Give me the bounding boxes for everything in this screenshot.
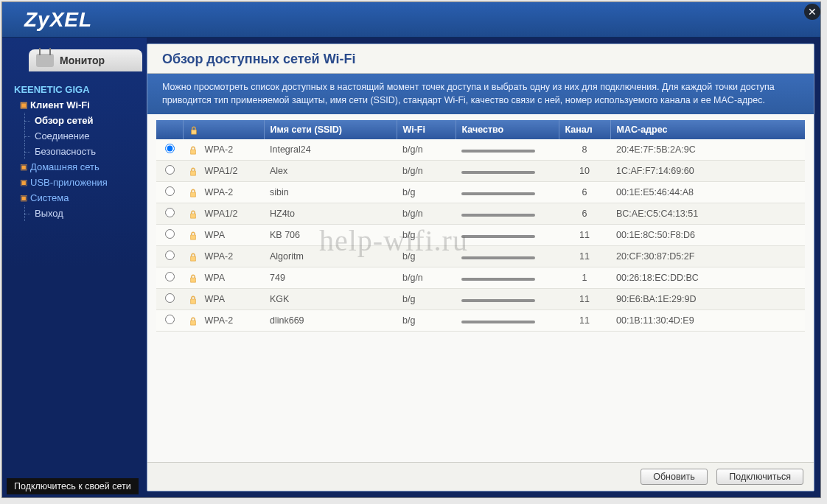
- lightbox-close-icon[interactable]: ✕: [804, 4, 820, 20]
- select-radio[interactable]: [165, 272, 175, 281]
- mac-cell: 20:4E:7F:5B:2A:9C: [610, 139, 805, 161]
- page-title: Обзор доступных сетей Wi-Fi: [147, 44, 814, 74]
- page-description: Можно просмотреть список доступных в нас…: [147, 74, 814, 114]
- wifi-standard-cell: b/g: [397, 182, 456, 203]
- select-radio[interactable]: [165, 186, 175, 196]
- nav-item-overview[interactable]: Обзор сетей: [14, 113, 141, 128]
- th-wifi: Wi-Fi: [397, 120, 456, 139]
- th-ssid: Имя сети (SSID): [264, 120, 397, 139]
- wifi-standard-cell: b/g/n: [397, 139, 456, 161]
- lock-icon: [189, 273, 202, 283]
- mac-cell: 00:1E:8C:50:F8:D6: [610, 225, 805, 246]
- wifi-standard-cell: b/g: [397, 310, 456, 332]
- security-label: WPA-2: [204, 251, 233, 262]
- select-radio[interactable]: [165, 229, 175, 239]
- ssid-cell: Algoritm: [264, 246, 397, 267]
- content-panel: Обзор доступных сетей Wi-Fi Можно просмо…: [147, 43, 814, 491]
- security-label: WPA-2: [204, 144, 233, 155]
- lock-icon: [189, 315, 202, 326]
- select-radio[interactable]: [165, 315, 175, 324]
- expand-icon: ▣: [20, 162, 27, 172]
- mac-cell: 20:CF:30:87:D5:2F: [610, 246, 805, 267]
- quality-cell: [456, 246, 559, 267]
- quality-cell: [456, 225, 559, 246]
- nav-group-client-wifi[interactable]: ▣ Клиент Wi-Fi: [14, 97, 141, 113]
- channel-cell: 11: [559, 225, 610, 246]
- mac-cell: 00:1E:E5:46:44:A8: [610, 182, 805, 203]
- mac-cell: 00:1B:11:30:4D:E9: [610, 310, 805, 332]
- table-row[interactable]: WPA-2sibinb/g600:1E:E5:46:44:A8: [156, 182, 805, 203]
- nav-group-label: Система: [30, 192, 69, 203]
- nav-group-label: Домашняя сеть: [30, 161, 100, 172]
- quality-bar: [461, 299, 535, 302]
- select-radio[interactable]: [165, 165, 175, 175]
- footer-bar: Обновить Подключиться: [147, 462, 814, 491]
- table-row[interactable]: WPA-2Integral24b/g/n820:4E:7F:5B:2A:9C: [156, 139, 805, 161]
- lock-icon: [189, 230, 202, 240]
- channel-cell: 1: [559, 267, 610, 289]
- table-row[interactable]: WPA-2dlink669b/g1100:1B:11:30:4D:E9: [156, 310, 805, 332]
- lock-icon: [189, 166, 202, 176]
- quality-bar: [461, 278, 535, 281]
- nav-tree: KEENETIC GIGA ▣ Клиент Wi-Fi Обзор сетей…: [2, 79, 147, 221]
- mac-cell: 00:26:18:EC:DD:BC: [610, 267, 805, 289]
- ssid-cell: Integral24: [264, 139, 397, 161]
- quality-bar: [461, 214, 535, 217]
- table-row[interactable]: WPA1/2Alexb/g/n101C:AF:F7:14:69:60: [156, 161, 805, 182]
- wifi-standard-cell: b/g/n: [397, 161, 456, 182]
- security-label: WPA: [204, 230, 225, 240]
- wifi-standard-cell: b/g: [397, 225, 456, 246]
- quality-bar: [461, 321, 535, 323]
- table-row[interactable]: WPAKB 706b/g1100:1E:8C:50:F8:D6: [156, 225, 805, 246]
- wifi-standard-cell: b/g/n: [397, 267, 456, 289]
- th-security: [183, 120, 264, 139]
- quality-bar: [461, 171, 535, 174]
- nav-item-exit[interactable]: Выход: [14, 206, 141, 221]
- quality-cell: [456, 139, 559, 161]
- quality-cell: [456, 182, 559, 203]
- lock-icon: [189, 126, 198, 135]
- wifi-networks-table: Имя сети (SSID) Wi-Fi Качество Канал MAC…: [156, 120, 805, 332]
- connect-button[interactable]: Подключиться: [716, 469, 803, 485]
- monitor-tab[interactable]: Монитор: [29, 49, 142, 71]
- wifi-standard-cell: b/g/n: [397, 203, 456, 225]
- nav-group-home-network[interactable]: ▣ Домашняя сеть: [14, 159, 141, 175]
- select-radio[interactable]: [165, 208, 175, 217]
- security-label: WPA: [204, 294, 225, 304]
- nav-group-system[interactable]: ▣ Система: [14, 190, 141, 206]
- table-row[interactable]: WPA1/2HZ4tob/g/n6BC:AE:C5:C4:13:51: [156, 203, 805, 225]
- nav-group-usb-apps[interactable]: ▣ USB-приложения: [14, 175, 141, 190]
- channel-cell: 6: [559, 182, 610, 203]
- select-radio[interactable]: [165, 251, 175, 260]
- quality-cell: [456, 203, 559, 225]
- nav-root-label[interactable]: KEENETIC GIGA: [14, 82, 141, 97]
- ssid-cell: Alex: [264, 161, 397, 182]
- ssid-cell: dlink669: [264, 310, 397, 332]
- ssid-cell: KGK: [264, 289, 397, 310]
- security-label: WPA-2: [204, 315, 233, 326]
- table-row[interactable]: WPAKGKb/g1190:E6:BA:1E:29:9D: [156, 289, 805, 310]
- nav-group-label: Клиент Wi-Fi: [30, 99, 90, 111]
- security-label: WPA1/2: [204, 209, 237, 219]
- lock-icon: [189, 251, 202, 262]
- channel-cell: 11: [559, 246, 610, 267]
- table-row[interactable]: WPA-2Algoritmb/g1120:CF:30:87:D5:2F: [156, 246, 805, 267]
- th-quality: Качество: [456, 120, 559, 139]
- nav-item-security[interactable]: Безопасность: [14, 144, 141, 159]
- quality-cell: [456, 310, 559, 332]
- expand-icon: ▣: [20, 193, 27, 203]
- mac-cell: 90:E6:BA:1E:29:9D: [610, 289, 805, 310]
- nav-item-connection[interactable]: Соединение: [14, 128, 141, 144]
- quality-bar: [461, 235, 535, 238]
- security-label: WPA-2: [204, 187, 233, 197]
- brand-logo: ZyXEL: [24, 8, 92, 32]
- security-label: WPA1/2: [204, 166, 237, 176]
- table-row[interactable]: WPA749b/g/n100:26:18:EC:DD:BC: [156, 267, 805, 289]
- select-radio[interactable]: [165, 293, 175, 303]
- refresh-button[interactable]: Обновить: [641, 469, 708, 485]
- wifi-standard-cell: b/g: [397, 289, 456, 310]
- status-tooltip: Подключитесь к своей сети: [7, 478, 139, 494]
- lock-icon: [189, 294, 202, 304]
- sidebar: Монитор KEENETIC GIGA ▣ Клиент Wi-Fi Обз…: [2, 38, 147, 497]
- select-radio[interactable]: [165, 144, 175, 153]
